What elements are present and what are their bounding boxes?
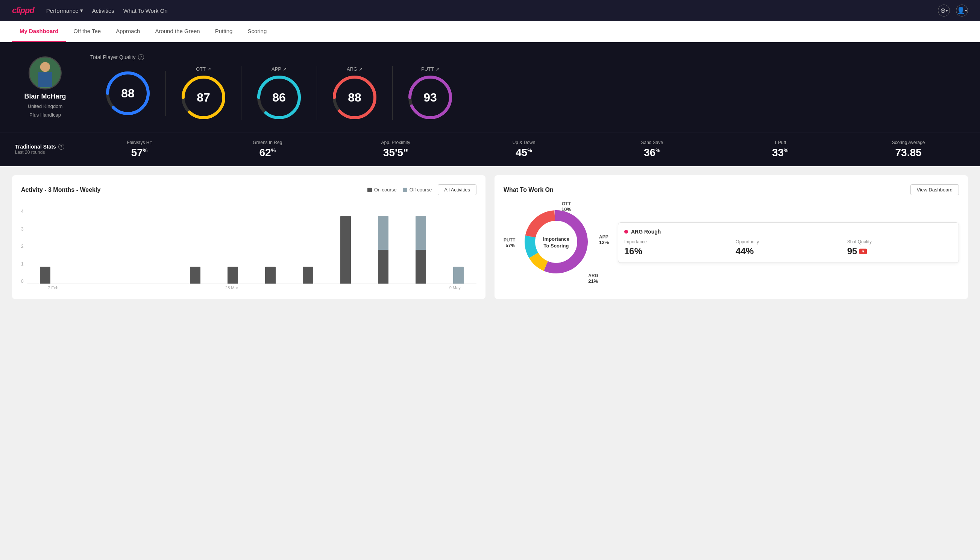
tab-putting[interactable]: Putting: [208, 21, 240, 42]
tabs-bar: My Dashboard Off the Tee Approach Around…: [0, 21, 980, 42]
bar-group: [290, 209, 326, 283]
logo[interactable]: clippd: [12, 6, 34, 15]
svg-point-3: [40, 62, 50, 72]
activity-legend: On course Off course: [368, 187, 432, 193]
tab-approach[interactable]: Approach: [108, 21, 147, 42]
x-axis-label: [165, 285, 209, 290]
putt-score-item: PUTT ↗ 93: [393, 66, 468, 120]
wtwo-header: What To Work On View Dashboard: [504, 184, 959, 195]
on-course-bar: [340, 216, 351, 283]
arg-score-item: ARG ↗ 88: [317, 66, 393, 120]
off-course-dot: [403, 188, 407, 192]
bar-group: [140, 209, 176, 283]
activity-chart-header: Activity - 3 Months - Weekly On course O…: [21, 184, 476, 195]
tab-my-dashboard[interactable]: My Dashboard: [12, 21, 66, 42]
ott-score-item: OTT ↗ 87: [166, 66, 241, 120]
chevron-down-icon: ▾: [965, 8, 967, 13]
stats-label: Traditional Stats ? Last 20 rounds: [15, 144, 68, 155]
what-to-work-on-card: What To Work On View Dashboard PUTT 57%: [494, 175, 968, 299]
activity-chart-card: Activity - 3 Months - Weekly On course O…: [12, 175, 486, 299]
total-circle: 88: [105, 71, 150, 116]
player-name: Blair McHarg: [24, 93, 66, 100]
bar-group: [252, 209, 288, 283]
on-course-bar: [40, 267, 50, 283]
stat-sandsave: Sand Save 36%: [595, 140, 709, 159]
putt-donut-label: PUTT 57%: [504, 237, 515, 248]
tab-off-the-tee[interactable]: Off the Tee: [66, 21, 108, 42]
arg-rough-card: ARG Rough Importance 16% Opportunity: [618, 222, 959, 263]
nav-activities[interactable]: Activities: [92, 1, 114, 20]
stat-fairways: Fairways Hit 57%: [83, 140, 196, 159]
on-course-bar: [265, 267, 276, 283]
tab-around-the-green[interactable]: Around the Green: [147, 21, 207, 42]
app-label: APP ↗: [271, 66, 286, 72]
x-axis-label: 7 Feb: [32, 285, 75, 290]
y-axis: 4 3 2 1 0: [21, 209, 24, 284]
donut-wrapper: PUTT 57%: [504, 201, 609, 284]
avatar: [28, 57, 62, 90]
player-info: Blair McHarg United Kingdom Plus Handica…: [15, 57, 75, 118]
opportunity-stat: Opportunity 44%: [735, 239, 841, 257]
donut-area: PUTT 57%: [504, 201, 609, 284]
stat-1putt: 1 Putt 33%: [724, 140, 837, 159]
user-menu-button[interactable]: 👤 ▾: [956, 5, 968, 17]
off-course-bar: [378, 216, 388, 250]
bar-group: [440, 209, 476, 283]
score-circles: 88 OTT ↗ 87 APP: [90, 66, 965, 120]
chart-area: 4 3 2 1 0: [21, 201, 476, 284]
chevron-down-icon: ▾: [80, 7, 83, 14]
arg-label: ARG ↗: [347, 66, 363, 72]
bar-group: [177, 209, 213, 283]
on-course-bar: [416, 250, 426, 283]
legend-on-course: On course: [368, 187, 397, 193]
tab-scoring[interactable]: Scoring: [240, 21, 274, 42]
arg-rough-title: ARG Rough: [624, 229, 953, 235]
bars-container: [27, 209, 476, 284]
legend-off-course: Off course: [403, 187, 432, 193]
x-axis-label: [121, 285, 164, 290]
on-course-bar: [303, 267, 313, 283]
x-axis-label: 9 May: [433, 285, 476, 290]
bar-group: [65, 209, 101, 283]
off-course-bar: [453, 267, 464, 283]
x-labels: 7 Feb28 Mar9 May: [21, 285, 476, 290]
chart-wrapper: 4 3 2 1 0 7 Feb28 Mar9 May: [21, 201, 476, 290]
off-course-bar: [416, 216, 426, 250]
bar-group: [365, 209, 401, 283]
importance-stat: Importance 16%: [624, 239, 730, 257]
wtwo-title: What To Work On: [504, 187, 904, 193]
add-button[interactable]: ⊕ ▾: [938, 5, 950, 17]
nav-what-to-work-on[interactable]: What To Work On: [123, 1, 168, 20]
user-icon: 👤: [957, 7, 965, 15]
donut-section: PUTT 57%: [504, 201, 959, 284]
nav-links: Performance ▾ Activities What To Work On: [46, 1, 926, 20]
trend-down-badge: ▼: [859, 248, 867, 254]
x-axis-label: [344, 285, 387, 290]
activity-chart-title: Activity - 3 Months - Weekly: [21, 187, 361, 193]
stat-updown: Up & Down 45%: [468, 140, 581, 159]
bar-group: [403, 209, 439, 283]
arg-donut-label: ARG 21%: [588, 273, 598, 284]
on-course-dot: [368, 188, 372, 192]
arrow-up-icon: ↗: [359, 67, 363, 72]
donut-center: Importance To Scoring: [543, 236, 569, 249]
x-axis-label: [299, 285, 343, 290]
shot-quality-stat: Shot Quality 95 ▼: [847, 239, 953, 257]
plus-icon: ⊕: [940, 7, 946, 15]
view-dashboard-button[interactable]: View Dashboard: [910, 184, 959, 195]
hero-section: Blair McHarg United Kingdom Plus Handica…: [0, 42, 980, 132]
x-axis-label: [77, 285, 120, 290]
on-course-bar: [228, 267, 238, 283]
total-score-item: 88: [90, 71, 166, 116]
help-icon[interactable]: ?: [138, 54, 144, 60]
player-country: United Kingdom: [28, 103, 63, 109]
bar-group: [102, 209, 138, 283]
stat-proximity: App. Proximity 35'5": [339, 140, 453, 159]
arrow-up-icon: ↗: [436, 67, 439, 72]
on-course-bar: [190, 267, 200, 283]
all-activities-button[interactable]: All Activities: [438, 184, 476, 195]
x-axis-label: [255, 285, 298, 290]
nav-performance[interactable]: Performance ▾: [46, 1, 83, 20]
stats-help-icon[interactable]: ?: [58, 144, 64, 150]
bar-group: [328, 209, 364, 283]
